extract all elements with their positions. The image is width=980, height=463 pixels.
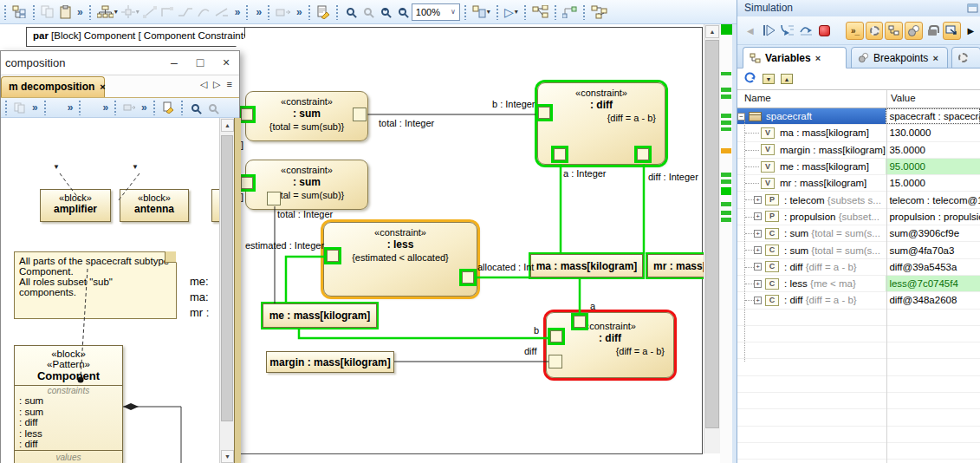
variable-value[interactable]: telecom : telecom@17 — [886, 192, 980, 207]
toolbar-handle[interactable] — [4, 100, 9, 115]
zoom-region-icon[interactable] — [187, 98, 204, 117]
validation-marker[interactable] — [721, 148, 731, 153]
variable-row-diff[interactable]: + C : diff {diff = a - b}diff@348a2608 — [737, 292, 980, 309]
validation-marker[interactable] — [721, 114, 731, 118]
expand-all-icon[interactable]: ▼ — [763, 74, 775, 84]
constraint-block-diff-bottom[interactable]: «constraint» : diff {diff = a - b} — [546, 312, 674, 378]
scrollbar-thumb[interactable] — [221, 135, 233, 421]
validation-marker[interactable] — [721, 24, 732, 35]
variable-value[interactable]: diff@39a5453a — [886, 259, 980, 275]
toolbar-handle[interactable] — [153, 100, 157, 115]
tab-list-icon[interactable]: ≡ — [227, 79, 232, 90]
column-header-name[interactable]: Name — [744, 93, 771, 103]
scroll-up-icon[interactable]: ▲ — [705, 25, 719, 38]
block-component[interactable]: «block» «Pattern» Component constraints … — [14, 345, 123, 463]
port-less-allocated[interactable] — [462, 271, 474, 284]
zoom-out-icon[interactable]: − — [394, 3, 412, 22]
port-sum1-sub[interactable] — [241, 108, 253, 121]
variable-row-ma-mass-kilogram[interactable]: V ma : mass[kilogram]130.0000 — [737, 125, 980, 141]
tab-configuration[interactable] — [951, 47, 980, 68]
align-icon[interactable]: ▾ — [120, 3, 141, 22]
validate-icon[interactable] — [159, 98, 177, 117]
resize-shape-icon[interactable] — [120, 98, 138, 117]
structure-diagram-icon[interactable] — [589, 3, 609, 22]
window-vertical-scrollbar[interactable]: ▲ ▼ — [219, 118, 234, 463]
copy-icon[interactable] — [11, 98, 29, 117]
expand-icon[interactable]: + — [754, 280, 762, 288]
validation-marker[interactable] — [721, 95, 731, 99]
constraint-block-sum1[interactable]: «constraint» : sum {total = sum(sub)} — [245, 91, 368, 141]
expand-icon[interactable]: + — [754, 263, 762, 271]
toolbar-handle[interactable] — [496, 4, 500, 20]
port-diff-top-b[interactable] — [538, 107, 550, 119]
tab-close-icon[interactable]: × — [932, 53, 938, 63]
nav-forward-icon[interactable]: ▷ — [213, 79, 220, 90]
part-margin[interactable]: margin : mass[kilogram] — [266, 351, 394, 373]
variable-row-less[interactable]: + C : less {me < ma}less@7c0745f4 — [737, 276, 980, 292]
toolbar-overflow-icon[interactable]: » — [293, 6, 304, 18]
scroll-up-icon[interactable]: ▲ — [221, 119, 234, 132]
toolbar-overflow-icon[interactable]: » — [64, 101, 75, 114]
simulation-panel-title[interactable]: Simulation — [737, 0, 980, 16]
toolbar-overflow-icon[interactable]: » — [74, 6, 85, 18]
resume-icon[interactable] — [760, 22, 776, 40]
toolbar-handle[interactable] — [3, 4, 8, 20]
block-amplifier[interactable]: «block» amplifier — [40, 189, 111, 222]
validation-marker[interactable] — [721, 173, 731, 177]
bdd-diagram-canvas[interactable]: ▼ ▼ «block» amplifier «block» antenna Al… — [1, 118, 239, 463]
validation-marker[interactable] — [721, 127, 731, 131]
toolbar-overflow-icon[interactable]: » — [252, 6, 263, 18]
scroll-down-icon[interactable]: ▼ — [221, 450, 234, 463]
port-sum2-sub[interactable] — [241, 177, 253, 189]
column-header-value[interactable]: Value — [891, 93, 916, 103]
expand-icon[interactable]: + — [754, 196, 762, 204]
validation-marker[interactable] — [721, 72, 731, 75]
scrollbar-thumb[interactable] — [705, 40, 719, 428]
toolbar-handle[interactable] — [582, 4, 587, 20]
validation-marker[interactable] — [721, 88, 731, 92]
toolbar-overflow-icon[interactable]: » — [138, 101, 149, 114]
zoom-reset-icon[interactable] — [360, 3, 377, 22]
minimize-button[interactable]: – — [161, 54, 187, 73]
line-style-curve-icon[interactable] — [195, 3, 212, 22]
tab-breakpoints[interactable]: Breakpoints × — [851, 47, 948, 68]
toolbar-handle[interactable] — [32, 4, 36, 20]
toolbar-overflow-icon[interactable]: » — [99, 101, 110, 114]
float-panel-icon[interactable] — [967, 3, 978, 13]
variable-row-telecom[interactable]: + P : telecom {subsets s...telecom : tel… — [737, 192, 980, 208]
variables-toggle-icon[interactable] — [885, 22, 903, 40]
toolbar-handle[interactable] — [335, 4, 340, 20]
variable-row-propulsion[interactable]: + P : propulsion {subset...propulsion : … — [737, 209, 980, 225]
zoom-region-icon[interactable] — [342, 3, 360, 22]
variable-value[interactable]: less@7c0745f4 — [886, 276, 980, 291]
comment-note[interactable]: All parts of the spacecraft subtypeCompo… — [14, 251, 177, 319]
validation-marker[interactable] — [721, 179, 731, 184]
toolbar-handle[interactable] — [308, 4, 312, 20]
toolbar-handle[interactable] — [464, 4, 468, 20]
port-diff-top-diff[interactable] — [637, 148, 649, 160]
part-me[interactable]: me : mass[kilogram] — [263, 303, 377, 328]
variable-row-mr-mass-kilogram[interactable]: V mr : mass[kilogram]15.0000 — [737, 175, 980, 192]
expand-icon[interactable]: + — [754, 246, 762, 254]
port-less-estimated[interactable] — [327, 250, 339, 262]
variable-value[interactable]: sum@4fa70a3 — [886, 242, 980, 258]
display-paths-icon[interactable] — [561, 3, 579, 22]
tab-close-icon[interactable]: × — [815, 53, 821, 63]
toolbar-overflow-icon[interactable]: » — [29, 101, 40, 114]
port-diff-top-a[interactable] — [554, 148, 566, 160]
variable-value[interactable]: diff@348a2608 — [886, 292, 980, 308]
part-ma[interactable]: ma : mass[kilogram] — [530, 254, 643, 277]
toolbar-handle[interactable] — [78, 100, 82, 115]
toolbar-handle[interactable] — [554, 4, 558, 20]
refresh-icon[interactable] — [743, 71, 756, 87]
port-diff-bottom-a[interactable] — [574, 316, 586, 328]
line-style-diagonal-icon[interactable] — [141, 3, 159, 22]
variable-value[interactable]: 35.0000 — [886, 142, 980, 158]
variable-row-sum[interactable]: + C : sum {total = sum(s...sum@4fa70a3 — [737, 242, 980, 258]
nav-back-icon[interactable]: ◁ — [200, 79, 207, 90]
port-diff-bottom-diff[interactable] — [548, 355, 562, 368]
copy-icon[interactable] — [39, 3, 56, 22]
variable-value[interactable]: 130.0000 — [886, 125, 980, 140]
column-divider[interactable] — [886, 108, 887, 463]
expand-icon[interactable]: + — [754, 297, 762, 304]
